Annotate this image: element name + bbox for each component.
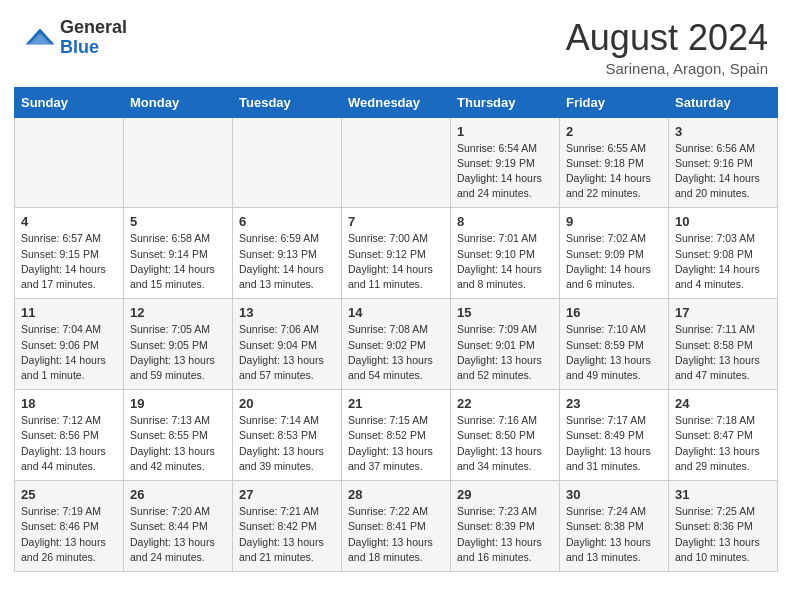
calendar-cell: 5Sunrise: 6:58 AMSunset: 9:14 PMDaylight…: [124, 208, 233, 299]
calendar-cell: 19Sunrise: 7:13 AMSunset: 8:55 PMDayligh…: [124, 390, 233, 481]
calendar-cell: 23Sunrise: 7:17 AMSunset: 8:49 PMDayligh…: [560, 390, 669, 481]
weekday-header-monday: Monday: [124, 87, 233, 117]
weekday-header-thursday: Thursday: [451, 87, 560, 117]
day-number: 10: [675, 214, 771, 229]
day-number: 29: [457, 487, 553, 502]
calendar-cell: 2Sunrise: 6:55 AMSunset: 9:18 PMDaylight…: [560, 117, 669, 208]
weekday-header-friday: Friday: [560, 87, 669, 117]
calendar-cell: 31Sunrise: 7:25 AMSunset: 8:36 PMDayligh…: [669, 481, 778, 572]
day-number: 13: [239, 305, 335, 320]
calendar-cell: 16Sunrise: 7:10 AMSunset: 8:59 PMDayligh…: [560, 299, 669, 390]
calendar-cell: 21Sunrise: 7:15 AMSunset: 8:52 PMDayligh…: [342, 390, 451, 481]
day-info: Sunrise: 6:59 AMSunset: 9:13 PMDaylight:…: [239, 231, 335, 292]
calendar-cell: 6Sunrise: 6:59 AMSunset: 9:13 PMDaylight…: [233, 208, 342, 299]
calendar-week-3: 11Sunrise: 7:04 AMSunset: 9:06 PMDayligh…: [15, 299, 778, 390]
calendar-cell: [15, 117, 124, 208]
day-number: 21: [348, 396, 444, 411]
calendar-cell: 9Sunrise: 7:02 AMSunset: 9:09 PMDaylight…: [560, 208, 669, 299]
day-number: 9: [566, 214, 662, 229]
day-info: Sunrise: 7:23 AMSunset: 8:39 PMDaylight:…: [457, 504, 553, 565]
title-block: August 2024 Sarinena, Aragon, Spain: [566, 18, 768, 77]
day-info: Sunrise: 6:56 AMSunset: 9:16 PMDaylight:…: [675, 141, 771, 202]
day-info: Sunrise: 6:55 AMSunset: 9:18 PMDaylight:…: [566, 141, 662, 202]
day-info: Sunrise: 7:22 AMSunset: 8:41 PMDaylight:…: [348, 504, 444, 565]
day-number: 6: [239, 214, 335, 229]
day-number: 1: [457, 124, 553, 139]
calendar-cell: 10Sunrise: 7:03 AMSunset: 9:08 PMDayligh…: [669, 208, 778, 299]
calendar-cell: [233, 117, 342, 208]
day-info: Sunrise: 7:20 AMSunset: 8:44 PMDaylight:…: [130, 504, 226, 565]
day-number: 22: [457, 396, 553, 411]
day-info: Sunrise: 7:04 AMSunset: 9:06 PMDaylight:…: [21, 322, 117, 383]
calendar-cell: 26Sunrise: 7:20 AMSunset: 8:44 PMDayligh…: [124, 481, 233, 572]
logo-icon: [24, 22, 56, 54]
weekday-header-row: SundayMondayTuesdayWednesdayThursdayFrid…: [15, 87, 778, 117]
day-info: Sunrise: 7:01 AMSunset: 9:10 PMDaylight:…: [457, 231, 553, 292]
day-number: 20: [239, 396, 335, 411]
day-number: 17: [675, 305, 771, 320]
day-info: Sunrise: 6:57 AMSunset: 9:15 PMDaylight:…: [21, 231, 117, 292]
calendar-cell: 24Sunrise: 7:18 AMSunset: 8:47 PMDayligh…: [669, 390, 778, 481]
calendar-cell: 29Sunrise: 7:23 AMSunset: 8:39 PMDayligh…: [451, 481, 560, 572]
day-number: 5: [130, 214, 226, 229]
day-number: 11: [21, 305, 117, 320]
page-header: General Blue August 2024 Sarinena, Arago…: [0, 0, 792, 87]
day-info: Sunrise: 7:03 AMSunset: 9:08 PMDaylight:…: [675, 231, 771, 292]
day-info: Sunrise: 7:15 AMSunset: 8:52 PMDaylight:…: [348, 413, 444, 474]
day-number: 30: [566, 487, 662, 502]
day-info: Sunrise: 7:16 AMSunset: 8:50 PMDaylight:…: [457, 413, 553, 474]
day-info: Sunrise: 7:25 AMSunset: 8:36 PMDaylight:…: [675, 504, 771, 565]
weekday-header-tuesday: Tuesday: [233, 87, 342, 117]
day-info: Sunrise: 7:18 AMSunset: 8:47 PMDaylight:…: [675, 413, 771, 474]
day-info: Sunrise: 7:17 AMSunset: 8:49 PMDaylight:…: [566, 413, 662, 474]
day-number: 24: [675, 396, 771, 411]
calendar-cell: 7Sunrise: 7:00 AMSunset: 9:12 PMDaylight…: [342, 208, 451, 299]
day-info: Sunrise: 7:11 AMSunset: 8:58 PMDaylight:…: [675, 322, 771, 383]
calendar-table: SundayMondayTuesdayWednesdayThursdayFrid…: [14, 87, 778, 572]
day-info: Sunrise: 7:08 AMSunset: 9:02 PMDaylight:…: [348, 322, 444, 383]
day-info: Sunrise: 7:14 AMSunset: 8:53 PMDaylight:…: [239, 413, 335, 474]
day-info: Sunrise: 7:02 AMSunset: 9:09 PMDaylight:…: [566, 231, 662, 292]
day-info: Sunrise: 7:09 AMSunset: 9:01 PMDaylight:…: [457, 322, 553, 383]
calendar-cell: 12Sunrise: 7:05 AMSunset: 9:05 PMDayligh…: [124, 299, 233, 390]
weekday-header-sunday: Sunday: [15, 87, 124, 117]
calendar-cell: 25Sunrise: 7:19 AMSunset: 8:46 PMDayligh…: [15, 481, 124, 572]
calendar-cell: [124, 117, 233, 208]
calendar-cell: 11Sunrise: 7:04 AMSunset: 9:06 PMDayligh…: [15, 299, 124, 390]
day-info: Sunrise: 6:54 AMSunset: 9:19 PMDaylight:…: [457, 141, 553, 202]
day-info: Sunrise: 7:24 AMSunset: 8:38 PMDaylight:…: [566, 504, 662, 565]
calendar-cell: 22Sunrise: 7:16 AMSunset: 8:50 PMDayligh…: [451, 390, 560, 481]
day-info: Sunrise: 6:58 AMSunset: 9:14 PMDaylight:…: [130, 231, 226, 292]
calendar-cell: 27Sunrise: 7:21 AMSunset: 8:42 PMDayligh…: [233, 481, 342, 572]
calendar-cell: [342, 117, 451, 208]
calendar-cell: 30Sunrise: 7:24 AMSunset: 8:38 PMDayligh…: [560, 481, 669, 572]
day-number: 19: [130, 396, 226, 411]
weekday-header-wednesday: Wednesday: [342, 87, 451, 117]
day-number: 2: [566, 124, 662, 139]
day-number: 26: [130, 487, 226, 502]
day-info: Sunrise: 7:00 AMSunset: 9:12 PMDaylight:…: [348, 231, 444, 292]
calendar-cell: 3Sunrise: 6:56 AMSunset: 9:16 PMDaylight…: [669, 117, 778, 208]
day-number: 16: [566, 305, 662, 320]
day-number: 27: [239, 487, 335, 502]
day-info: Sunrise: 7:12 AMSunset: 8:56 PMDaylight:…: [21, 413, 117, 474]
weekday-header-saturday: Saturday: [669, 87, 778, 117]
calendar-week-2: 4Sunrise: 6:57 AMSunset: 9:15 PMDaylight…: [15, 208, 778, 299]
month-year: August 2024: [566, 18, 768, 58]
calendar-cell: 18Sunrise: 7:12 AMSunset: 8:56 PMDayligh…: [15, 390, 124, 481]
day-info: Sunrise: 7:21 AMSunset: 8:42 PMDaylight:…: [239, 504, 335, 565]
day-info: Sunrise: 7:19 AMSunset: 8:46 PMDaylight:…: [21, 504, 117, 565]
calendar-cell: 15Sunrise: 7:09 AMSunset: 9:01 PMDayligh…: [451, 299, 560, 390]
calendar-container: SundayMondayTuesdayWednesdayThursdayFrid…: [0, 87, 792, 586]
calendar-cell: 28Sunrise: 7:22 AMSunset: 8:41 PMDayligh…: [342, 481, 451, 572]
day-number: 25: [21, 487, 117, 502]
calendar-cell: 1Sunrise: 6:54 AMSunset: 9:19 PMDaylight…: [451, 117, 560, 208]
day-number: 23: [566, 396, 662, 411]
day-number: 14: [348, 305, 444, 320]
day-info: Sunrise: 7:13 AMSunset: 8:55 PMDaylight:…: [130, 413, 226, 474]
calendar-cell: 8Sunrise: 7:01 AMSunset: 9:10 PMDaylight…: [451, 208, 560, 299]
calendar-cell: 4Sunrise: 6:57 AMSunset: 9:15 PMDaylight…: [15, 208, 124, 299]
calendar-week-5: 25Sunrise: 7:19 AMSunset: 8:46 PMDayligh…: [15, 481, 778, 572]
day-number: 12: [130, 305, 226, 320]
calendar-cell: 13Sunrise: 7:06 AMSunset: 9:04 PMDayligh…: [233, 299, 342, 390]
